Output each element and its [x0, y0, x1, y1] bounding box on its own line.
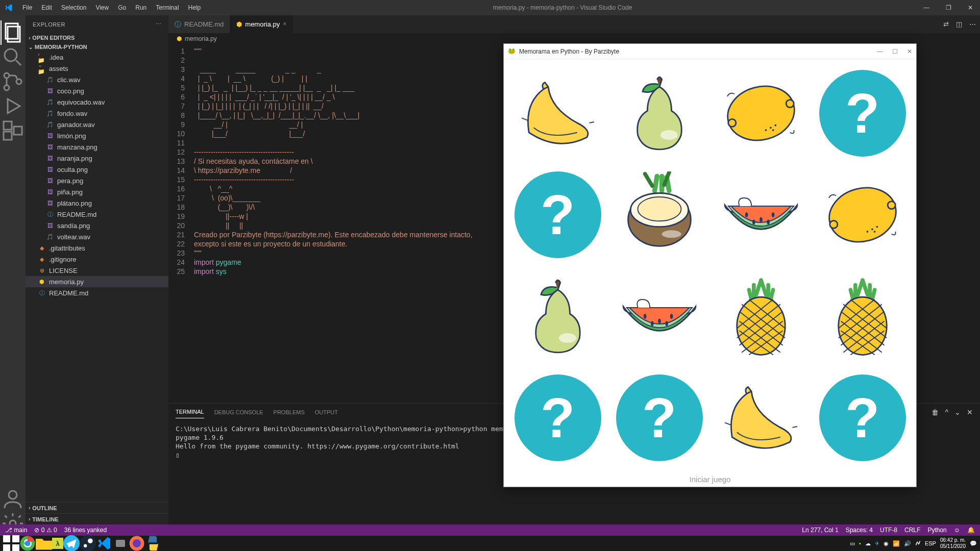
trash-icon[interactable]: 🗑 [932, 408, 939, 416]
tree-item-equivocado-wav[interactable]: 🎵equivocado.wav [26, 96, 168, 108]
chrome-icon[interactable] [19, 537, 36, 550]
game-card-watermelon[interactable] [610, 267, 708, 365]
tree-item-coco-png[interactable]: 🖼coco.png [26, 85, 168, 96]
menu-terminal[interactable]: Terminal [152, 2, 183, 13]
tree-item--gitattributes[interactable]: ◆.gitattributes [26, 242, 168, 254]
tree-item-README-md[interactable]: ⓘREADME.md [26, 287, 168, 298]
game-close-icon[interactable]: ✕ [907, 48, 912, 55]
game-card-pineapple[interactable] [814, 267, 911, 365]
notification-icon[interactable]: 💬 [970, 540, 977, 547]
tray-telegram-icon[interactable]: ✈ [875, 540, 879, 547]
tree-item-ganador-wav[interactable]: 🎵ganador.wav [26, 119, 168, 130]
tray-icon[interactable]: ▭ [850, 540, 855, 547]
tree-item-sand-a-png[interactable]: 🖼sandía.png [26, 220, 168, 231]
game-app-icon: 🐸 [508, 47, 516, 56]
game-card-pineapple[interactable] [712, 267, 810, 365]
game-minimize-icon[interactable]: — [877, 48, 883, 55]
panel-maximize-icon[interactable]: ^ [945, 408, 948, 416]
game-card-banana[interactable] [509, 64, 606, 162]
menu-run[interactable]: Run [131, 2, 151, 13]
menu-go[interactable]: Go [114, 2, 130, 13]
panel-tab-output[interactable]: OUTPUT [315, 406, 338, 418]
vscode-taskbar-icon[interactable] [96, 537, 112, 550]
start-button[interactable] [3, 537, 19, 550]
tray-wifi-icon[interactable]: 📶 [893, 540, 900, 547]
sidebar: EXPLORER ⋯ ›OPEN EDITORS ⌄MEMORIA-PYTHON… [26, 15, 168, 536]
file-explorer-icon[interactable] [36, 537, 52, 550]
tree-item--gitignore[interactable]: ◆.gitignore [26, 254, 168, 265]
audio-icon: 🎵 [46, 98, 54, 106]
split-editor-icon[interactable]: ◫ [956, 20, 962, 28]
python-taskbar-icon[interactable] [145, 537, 161, 550]
tab-close-icon[interactable]: × [283, 20, 286, 28]
game-card-coconut[interactable] [610, 166, 708, 263]
lambda-icon[interactable]: λ [52, 538, 63, 549]
menu-help[interactable]: Help [184, 2, 205, 13]
game-card-hidden[interactable]: ? [814, 369, 911, 466]
tree-item-fondo-wav[interactable]: 🎵fondo.wav [26, 108, 168, 119]
tree-item-naranja-png[interactable]: 🖼naranja.png [26, 153, 168, 164]
game-card-pear[interactable] [610, 64, 708, 162]
game-card-watermelon[interactable] [712, 166, 810, 263]
panel-close-icon[interactable]: ✕ [967, 408, 973, 416]
tree-item-pera-png[interactable]: 🖼pera.png [26, 175, 168, 186]
menu-view[interactable]: View [91, 2, 113, 13]
close-icon[interactable]: ✕ [965, 3, 976, 12]
tree-item-voltear-wav[interactable]: 🎵voltear.wav [26, 231, 168, 242]
title-bar: File Edit Selection View Go Run Terminal… [0, 0, 980, 15]
indent[interactable]: Spaces: 4 [846, 527, 873, 534]
tree-item-memoria-py[interactable]: ⬢memoria.py [26, 276, 168, 287]
tree-item-lim-n-png[interactable]: 🖼limón.png [26, 130, 168, 141]
maximize-icon[interactable]: ❐ [943, 3, 954, 12]
language[interactable]: Python [927, 527, 946, 534]
activity-extensions-icon[interactable] [1, 118, 25, 143]
minimize-icon[interactable]: — [920, 3, 933, 12]
game-start-button[interactable]: Iniciar juego [504, 471, 916, 487]
eol[interactable]: CRLF [904, 527, 920, 534]
game-card-pear[interactable] [509, 267, 606, 365]
markdown-icon: ⓘ [175, 20, 181, 29]
tray-icon[interactable]: ☁ [865, 540, 871, 547]
game-maximize-icon[interactable]: ☐ [892, 48, 898, 55]
tray-steam-icon[interactable]: ◉ [884, 540, 889, 547]
compare-icon[interactable]: ⇄ [943, 20, 949, 28]
panel-chevron-icon[interactable]: ⌄ [954, 408, 961, 416]
sidebar-more-icon[interactable]: ⋯ [156, 21, 162, 28]
panel-tab-terminal[interactable]: TERMINAL [176, 406, 204, 418]
editor-more-icon[interactable]: ⋯ [969, 20, 976, 28]
tree-item-LICENSE[interactable]: ⊚LICENSE [26, 265, 168, 276]
game-card-lemon[interactable] [814, 166, 911, 263]
encoding[interactable]: UTF-8 [880, 527, 897, 534]
cursor-position[interactable]: Ln 277, Col 1 [802, 527, 838, 534]
game-card-banana[interactable] [712, 369, 810, 466]
panel-tab-debug[interactable]: DEBUG CONSOLE [214, 406, 263, 418]
tree-item-pl-tano-png[interactable]: 🖼plátano.png [26, 197, 168, 209]
tab-memoria[interactable]: ⬢ memoria.py × [230, 15, 293, 33]
bell-icon[interactable]: 🔔 [967, 527, 975, 534]
system-clock[interactable]: 06:42 p. m. 05/11/2020 [940, 537, 966, 549]
game-card-hidden[interactable]: ? [509, 166, 606, 263]
tray-battery-icon[interactable]: 🗲 [915, 540, 921, 546]
tree-item-README-md[interactable]: ⓘREADME.md [26, 209, 168, 220]
game-titlebar[interactable]: 🐸 Memorama en Python - By Parzibyte — ☐ … [504, 44, 916, 59]
tray-lang[interactable]: ESP [925, 540, 936, 546]
tree-item-oculta-png[interactable]: 🖼oculta.png [26, 164, 168, 175]
git-icon: ◆ [38, 244, 46, 252]
game-card-lemon[interactable] [712, 64, 810, 162]
game-card-hidden[interactable]: ? [814, 64, 911, 162]
tab-readme[interactable]: ⓘ README.md [168, 15, 230, 33]
image-icon: 🖼 [46, 177, 54, 185]
tray-icon[interactable]: ▪ [859, 540, 861, 546]
tree-item-manzana-png[interactable]: 🖼manzana.png [26, 141, 168, 153]
panel-tab-problems[interactable]: PROBLEMS [274, 406, 305, 418]
steam-icon[interactable] [80, 537, 96, 550]
breadcrumb[interactable]: ⬢ memoria.py [168, 33, 980, 44]
tree-item-pi-a-png[interactable]: 🖼piña.png [26, 186, 168, 197]
feedback-icon[interactable]: ☺ [954, 527, 960, 534]
app-icon-1[interactable] [112, 537, 129, 550]
game-card-hidden[interactable]: ? [509, 369, 606, 466]
tray-volume-icon[interactable]: 🔊 [904, 540, 911, 547]
telegram-icon[interactable] [63, 537, 80, 550]
game-card-hidden[interactable]: ? [610, 369, 708, 466]
firefox-icon[interactable] [129, 537, 145, 550]
